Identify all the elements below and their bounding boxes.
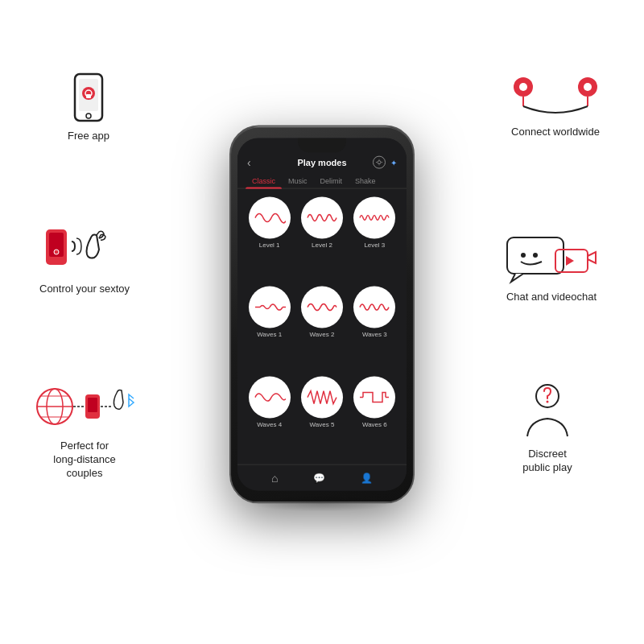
- mode-waves3[interactable]: Waves 3: [351, 287, 398, 371]
- chat-label: Chat and videochat: [506, 291, 597, 304]
- tab-delimit[interactable]: Delimit: [314, 174, 349, 188]
- svg-point-28: [378, 161, 381, 164]
- svg-point-23: [521, 253, 526, 258]
- feature-chat: Chat and videochat: [491, 233, 612, 304]
- nav-profile[interactable]: 👤: [361, 473, 373, 484]
- feature-control: Control your sextoy: [32, 225, 137, 296]
- waves2-circle: [301, 287, 343, 328]
- free-app-label: Free app: [68, 130, 109, 143]
- chat-icon: [503, 233, 600, 286]
- back-button[interactable]: ‹: [247, 156, 251, 169]
- modes-grid: Level 1 Level 2 Level 3: [237, 194, 407, 464]
- svg-point-2: [86, 114, 91, 118]
- nav-messages[interactable]: 💬: [313, 473, 325, 484]
- level3-label: Level 3: [364, 242, 385, 249]
- discreet-icon: [515, 378, 580, 443]
- free-app-icon: [68, 72, 109, 125]
- waves1-circle: [249, 287, 291, 328]
- mode-level2[interactable]: Level 2: [298, 197, 345, 282]
- bluetooth-icon: ✦: [390, 158, 397, 167]
- waves6-circle: [353, 376, 395, 418]
- waves3-circle: [353, 287, 395, 328]
- mode-waves2[interactable]: Waves 2: [298, 287, 345, 371]
- level2-circle: [301, 197, 343, 239]
- phone: ‹ Play modes ✦ Classic Music Delimit Sha…: [229, 126, 415, 504]
- control-icon: [44, 225, 125, 278]
- mode-level1[interactable]: Level 1: [246, 197, 293, 282]
- waves4-circle: [249, 376, 291, 418]
- phone-screen: ‹ Play modes ✦ Classic Music Delimit Sha…: [237, 138, 407, 491]
- svg-point-8: [54, 250, 59, 254]
- nav-home[interactable]: ⌂: [271, 472, 278, 485]
- waves1-label: Waves 1: [257, 331, 282, 338]
- phone-notch: [298, 138, 346, 153]
- tab-shake[interactable]: Shake: [349, 174, 382, 188]
- svg-rect-5: [86, 94, 91, 98]
- waves2-label: Waves 2: [310, 331, 335, 338]
- feature-connect: Connect worldwide: [491, 72, 620, 139]
- waves5-label: Waves 5: [310, 420, 335, 427]
- phone-body: ‹ Play modes ✦ Classic Music Delimit Sha…: [229, 126, 415, 504]
- feature-discreet: Discreet public play: [495, 378, 600, 475]
- settings-icon[interactable]: [373, 156, 386, 169]
- mode-waves4[interactable]: Waves 4: [246, 376, 293, 460]
- discreet-label: Discreet public play: [522, 448, 572, 475]
- feature-free-app: Free app: [48, 72, 129, 143]
- screen-tabs: Classic Music Delimit Shake: [237, 174, 407, 189]
- waves3-label: Waves 3: [362, 331, 387, 338]
- screen-title: Play modes: [297, 158, 346, 167]
- level3-circle: [353, 197, 395, 239]
- mode-level3[interactable]: Level 3: [351, 197, 398, 282]
- tab-classic[interactable]: Classic: [246, 174, 282, 188]
- svg-point-19: [519, 83, 527, 91]
- control-label: Control your sextoy: [39, 283, 130, 296]
- feature-long-distance: Perfect for long-distance couples: [28, 378, 141, 481]
- level2-label: Level 2: [312, 242, 332, 249]
- svg-point-24: [533, 253, 538, 258]
- mode-waves6[interactable]: Waves 6: [351, 376, 398, 460]
- header-icons: ✦: [373, 156, 397, 169]
- phone-shadow: [250, 496, 394, 512]
- level1-circle: [249, 197, 291, 239]
- mode-waves1[interactable]: Waves 1: [246, 287, 293, 371]
- svg-rect-16: [88, 398, 97, 412]
- bottom-nav: ⌂ 💬 👤: [237, 464, 407, 491]
- waves4-label: Waves 4: [257, 420, 282, 427]
- connect-icon: [503, 72, 608, 121]
- connect-label: Connect worldwide: [511, 126, 600, 139]
- waves6-label: Waves 6: [362, 420, 387, 427]
- svg-point-27: [547, 401, 549, 403]
- svg-point-21: [584, 83, 592, 91]
- long-distance-icon: [32, 378, 137, 435]
- tab-music[interactable]: Music: [282, 174, 314, 188]
- waves5-circle: [301, 376, 343, 418]
- screen-content: ‹ Play modes ✦ Classic Music Delimit Sha…: [237, 138, 407, 491]
- mode-waves5[interactable]: Waves 5: [298, 376, 345, 460]
- level1-label: Level 1: [259, 242, 280, 249]
- long-distance-label: Perfect for long-distance couples: [53, 440, 115, 481]
